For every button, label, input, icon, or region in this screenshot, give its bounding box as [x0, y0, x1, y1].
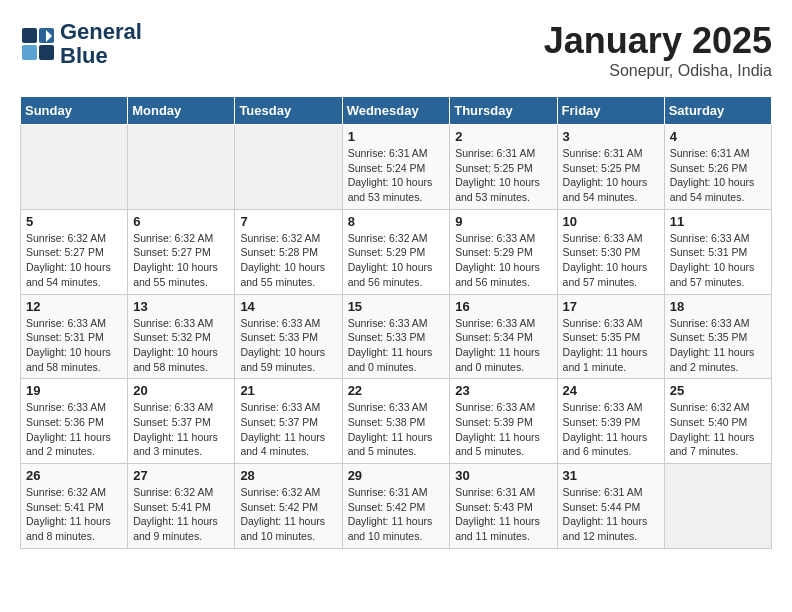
calendar-day-cell: 30Sunrise: 6:31 AM Sunset: 5:43 PM Dayli… [450, 464, 557, 549]
calendar-day-cell: 26Sunrise: 6:32 AM Sunset: 5:41 PM Dayli… [21, 464, 128, 549]
day-number: 10 [563, 214, 659, 229]
svg-rect-3 [22, 45, 37, 60]
svg-rect-1 [22, 28, 37, 43]
day-info: Sunrise: 6:33 AM Sunset: 5:37 PM Dayligh… [133, 400, 229, 459]
day-info: Sunrise: 6:32 AM Sunset: 5:28 PM Dayligh… [240, 231, 336, 290]
day-info: Sunrise: 6:33 AM Sunset: 5:31 PM Dayligh… [670, 231, 766, 290]
day-info: Sunrise: 6:31 AM Sunset: 5:26 PM Dayligh… [670, 146, 766, 205]
day-number: 22 [348, 383, 445, 398]
day-info: Sunrise: 6:33 AM Sunset: 5:39 PM Dayligh… [563, 400, 659, 459]
calendar-day-cell: 10Sunrise: 6:33 AM Sunset: 5:30 PM Dayli… [557, 209, 664, 294]
weekday-header-saturday: Saturday [664, 97, 771, 125]
day-number: 15 [348, 299, 445, 314]
day-info: Sunrise: 6:31 AM Sunset: 5:25 PM Dayligh… [455, 146, 551, 205]
day-number: 9 [455, 214, 551, 229]
day-info: Sunrise: 6:33 AM Sunset: 5:35 PM Dayligh… [563, 316, 659, 375]
day-info: Sunrise: 6:33 AM Sunset: 5:34 PM Dayligh… [455, 316, 551, 375]
calendar-day-cell: 21Sunrise: 6:33 AM Sunset: 5:37 PM Dayli… [235, 379, 342, 464]
weekday-header-wednesday: Wednesday [342, 97, 450, 125]
day-number: 7 [240, 214, 336, 229]
weekday-header-row: SundayMondayTuesdayWednesdayThursdayFrid… [21, 97, 772, 125]
calendar-day-cell: 5Sunrise: 6:32 AM Sunset: 5:27 PM Daylig… [21, 209, 128, 294]
calendar-day-cell: 3Sunrise: 6:31 AM Sunset: 5:25 PM Daylig… [557, 125, 664, 210]
day-number: 6 [133, 214, 229, 229]
calendar-day-cell: 20Sunrise: 6:33 AM Sunset: 5:37 PM Dayli… [128, 379, 235, 464]
calendar-day-cell: 28Sunrise: 6:32 AM Sunset: 5:42 PM Dayli… [235, 464, 342, 549]
calendar-day-cell: 1Sunrise: 6:31 AM Sunset: 5:24 PM Daylig… [342, 125, 450, 210]
calendar-day-cell: 11Sunrise: 6:33 AM Sunset: 5:31 PM Dayli… [664, 209, 771, 294]
calendar-day-cell: 25Sunrise: 6:32 AM Sunset: 5:40 PM Dayli… [664, 379, 771, 464]
calendar-day-cell: 8Sunrise: 6:32 AM Sunset: 5:29 PM Daylig… [342, 209, 450, 294]
calendar-week-row: 5Sunrise: 6:32 AM Sunset: 5:27 PM Daylig… [21, 209, 772, 294]
month-title: January 2025 [544, 20, 772, 62]
day-number: 16 [455, 299, 551, 314]
calendar-day-cell: 19Sunrise: 6:33 AM Sunset: 5:36 PM Dayli… [21, 379, 128, 464]
day-info: Sunrise: 6:33 AM Sunset: 5:37 PM Dayligh… [240, 400, 336, 459]
day-info: Sunrise: 6:33 AM Sunset: 5:39 PM Dayligh… [455, 400, 551, 459]
calendar-day-cell: 31Sunrise: 6:31 AM Sunset: 5:44 PM Dayli… [557, 464, 664, 549]
day-number: 18 [670, 299, 766, 314]
day-info: Sunrise: 6:32 AM Sunset: 5:27 PM Dayligh… [133, 231, 229, 290]
day-info: Sunrise: 6:33 AM Sunset: 5:38 PM Dayligh… [348, 400, 445, 459]
calendar-day-cell: 29Sunrise: 6:31 AM Sunset: 5:42 PM Dayli… [342, 464, 450, 549]
location-subtitle: Sonepur, Odisha, India [544, 62, 772, 80]
day-number: 26 [26, 468, 122, 483]
calendar-day-cell: 27Sunrise: 6:32 AM Sunset: 5:41 PM Dayli… [128, 464, 235, 549]
day-info: Sunrise: 6:33 AM Sunset: 5:33 PM Dayligh… [240, 316, 336, 375]
calendar-day-cell: 12Sunrise: 6:33 AM Sunset: 5:31 PM Dayli… [21, 294, 128, 379]
day-number: 11 [670, 214, 766, 229]
day-info: Sunrise: 6:31 AM Sunset: 5:43 PM Dayligh… [455, 485, 551, 544]
day-info: Sunrise: 6:33 AM Sunset: 5:32 PM Dayligh… [133, 316, 229, 375]
weekday-header-monday: Monday [128, 97, 235, 125]
day-number: 4 [670, 129, 766, 144]
logo-text: General Blue [60, 20, 142, 68]
day-number: 1 [348, 129, 445, 144]
day-number: 29 [348, 468, 445, 483]
day-info: Sunrise: 6:32 AM Sunset: 5:40 PM Dayligh… [670, 400, 766, 459]
weekday-header-tuesday: Tuesday [235, 97, 342, 125]
day-info: Sunrise: 6:33 AM Sunset: 5:33 PM Dayligh… [348, 316, 445, 375]
day-number: 2 [455, 129, 551, 144]
svg-rect-4 [39, 45, 54, 60]
calendar-day-cell: 13Sunrise: 6:33 AM Sunset: 5:32 PM Dayli… [128, 294, 235, 379]
empty-cell [235, 125, 342, 210]
calendar-day-cell: 18Sunrise: 6:33 AM Sunset: 5:35 PM Dayli… [664, 294, 771, 379]
calendar-day-cell: 16Sunrise: 6:33 AM Sunset: 5:34 PM Dayli… [450, 294, 557, 379]
day-info: Sunrise: 6:31 AM Sunset: 5:44 PM Dayligh… [563, 485, 659, 544]
day-number: 27 [133, 468, 229, 483]
day-info: Sunrise: 6:32 AM Sunset: 5:27 PM Dayligh… [26, 231, 122, 290]
calendar-day-cell: 2Sunrise: 6:31 AM Sunset: 5:25 PM Daylig… [450, 125, 557, 210]
page-header: General Blue January 2025 Sonepur, Odish… [20, 20, 772, 80]
day-number: 23 [455, 383, 551, 398]
day-number: 8 [348, 214, 445, 229]
weekday-header-thursday: Thursday [450, 97, 557, 125]
day-number: 24 [563, 383, 659, 398]
empty-cell [128, 125, 235, 210]
calendar-day-cell: 23Sunrise: 6:33 AM Sunset: 5:39 PM Dayli… [450, 379, 557, 464]
calendar-day-cell: 6Sunrise: 6:32 AM Sunset: 5:27 PM Daylig… [128, 209, 235, 294]
day-info: Sunrise: 6:32 AM Sunset: 5:41 PM Dayligh… [26, 485, 122, 544]
day-number: 21 [240, 383, 336, 398]
day-number: 25 [670, 383, 766, 398]
empty-cell [664, 464, 771, 549]
calendar-day-cell: 14Sunrise: 6:33 AM Sunset: 5:33 PM Dayli… [235, 294, 342, 379]
day-number: 12 [26, 299, 122, 314]
day-info: Sunrise: 6:32 AM Sunset: 5:42 PM Dayligh… [240, 485, 336, 544]
day-number: 17 [563, 299, 659, 314]
calendar-day-cell: 17Sunrise: 6:33 AM Sunset: 5:35 PM Dayli… [557, 294, 664, 379]
logo-icon [20, 26, 56, 62]
day-number: 5 [26, 214, 122, 229]
day-info: Sunrise: 6:31 AM Sunset: 5:25 PM Dayligh… [563, 146, 659, 205]
calendar-day-cell: 4Sunrise: 6:31 AM Sunset: 5:26 PM Daylig… [664, 125, 771, 210]
day-info: Sunrise: 6:31 AM Sunset: 5:24 PM Dayligh… [348, 146, 445, 205]
calendar-table: SundayMondayTuesdayWednesdayThursdayFrid… [20, 96, 772, 549]
day-number: 13 [133, 299, 229, 314]
day-info: Sunrise: 6:33 AM Sunset: 5:35 PM Dayligh… [670, 316, 766, 375]
calendar-week-row: 19Sunrise: 6:33 AM Sunset: 5:36 PM Dayli… [21, 379, 772, 464]
day-info: Sunrise: 6:32 AM Sunset: 5:41 PM Dayligh… [133, 485, 229, 544]
day-number: 28 [240, 468, 336, 483]
weekday-header-sunday: Sunday [21, 97, 128, 125]
calendar-day-cell: 22Sunrise: 6:33 AM Sunset: 5:38 PM Dayli… [342, 379, 450, 464]
calendar-day-cell: 7Sunrise: 6:32 AM Sunset: 5:28 PM Daylig… [235, 209, 342, 294]
calendar-week-row: 12Sunrise: 6:33 AM Sunset: 5:31 PM Dayli… [21, 294, 772, 379]
